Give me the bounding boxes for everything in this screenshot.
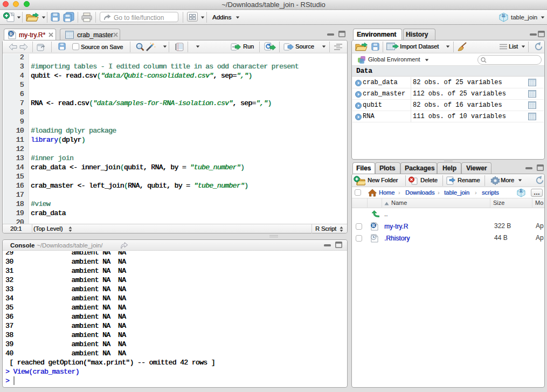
svg-text:R: R — [9, 31, 13, 37]
svg-text:R: R — [502, 13, 506, 18]
svg-text:R: R — [520, 189, 523, 194]
svg-text:R: R — [372, 223, 375, 228]
